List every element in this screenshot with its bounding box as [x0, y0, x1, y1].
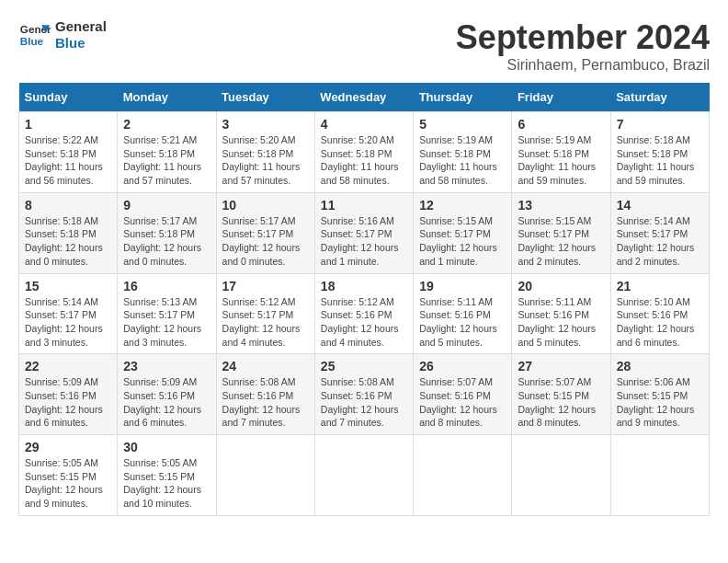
calendar-cell: 19Sunrise: 5:11 AMSunset: 5:16 PMDayligh… [414, 273, 512, 354]
day-info: Sunrise: 5:13 AMSunset: 5:17 PMDaylight:… [123, 295, 210, 350]
day-number: 20 [518, 279, 604, 293]
day-number: 9 [123, 198, 210, 213]
day-info: Sunrise: 5:11 AMSunset: 5:16 PMDaylight:… [419, 295, 506, 350]
calendar-cell [414, 435, 512, 516]
day-number: 10 [222, 198, 309, 213]
month-title: September 2024 [456, 18, 710, 57]
calendar-body: 1Sunrise: 5:22 AMSunset: 5:18 PMDaylight… [19, 112, 710, 516]
day-number: 3 [222, 117, 309, 132]
calendar-cell: 24Sunrise: 5:08 AMSunset: 5:16 PMDayligh… [216, 354, 314, 435]
day-info: Sunrise: 5:08 AMSunset: 5:16 PMDaylight:… [321, 375, 407, 430]
day-number: 2 [123, 117, 210, 132]
day-number: 1 [25, 117, 111, 132]
day-info: Sunrise: 5:06 AMSunset: 5:15 PMDaylight:… [617, 375, 703, 430]
day-info: Sunrise: 5:17 AMSunset: 5:17 PMDaylight:… [222, 214, 309, 269]
calendar-cell: 9Sunrise: 5:17 AMSunset: 5:18 PMDaylight… [118, 192, 216, 273]
day-number: 17 [222, 279, 309, 293]
day-info: Sunrise: 5:18 AMSunset: 5:18 PMDaylight:… [25, 214, 111, 269]
day-info: Sunrise: 5:14 AMSunset: 5:17 PMDaylight:… [25, 295, 111, 350]
day-info: Sunrise: 5:12 AMSunset: 5:17 PMDaylight:… [222, 295, 309, 350]
title-area: September 2024 Sirinhaem, Pernambuco, Br… [456, 18, 710, 74]
day-info: Sunrise: 5:19 AMSunset: 5:18 PMDaylight:… [419, 133, 506, 188]
calendar-cell: 8Sunrise: 5:18 AMSunset: 5:18 PMDaylight… [19, 192, 118, 273]
day-info: Sunrise: 5:09 AMSunset: 5:16 PMDaylight:… [25, 375, 111, 430]
calendar-cell: 13Sunrise: 5:15 AMSunset: 5:17 PMDayligh… [512, 192, 610, 273]
calendar-cell: 6Sunrise: 5:19 AMSunset: 5:18 PMDaylight… [512, 112, 610, 193]
calendar-cell: 30Sunrise: 5:05 AMSunset: 5:15 PMDayligh… [118, 435, 216, 516]
day-info: Sunrise: 5:21 AMSunset: 5:18 PMDaylight:… [123, 133, 210, 188]
day-number: 11 [321, 198, 407, 213]
calendar-cell [314, 435, 413, 516]
day-number: 28 [617, 359, 703, 373]
calendar-cell: 11Sunrise: 5:16 AMSunset: 5:17 PMDayligh… [314, 192, 413, 273]
calendar-header-row: SundayMondayTuesdayWednesdayThursdayFrid… [19, 83, 710, 112]
day-info: Sunrise: 5:16 AMSunset: 5:17 PMDaylight:… [321, 214, 407, 269]
calendar-cell: 23Sunrise: 5:09 AMSunset: 5:16 PMDayligh… [118, 354, 216, 435]
day-info: Sunrise: 5:12 AMSunset: 5:16 PMDaylight:… [321, 295, 407, 350]
day-info: Sunrise: 5:07 AMSunset: 5:16 PMDaylight:… [419, 375, 506, 430]
day-number: 22 [25, 359, 111, 373]
calendar-cell: 3Sunrise: 5:20 AMSunset: 5:18 PMDaylight… [216, 112, 314, 193]
column-header-monday: Monday [118, 83, 216, 112]
page-header: General Blue General Blue September 2024… [18, 18, 710, 74]
day-number: 16 [123, 279, 210, 293]
column-header-wednesday: Wednesday [314, 83, 413, 112]
calendar-cell: 20Sunrise: 5:11 AMSunset: 5:16 PMDayligh… [512, 273, 610, 354]
day-number: 19 [419, 279, 506, 293]
calendar-cell: 16Sunrise: 5:13 AMSunset: 5:17 PMDayligh… [118, 273, 216, 354]
day-info: Sunrise: 5:17 AMSunset: 5:18 PMDaylight:… [123, 214, 210, 269]
calendar-week-row: 22Sunrise: 5:09 AMSunset: 5:16 PMDayligh… [19, 354, 710, 435]
day-number: 30 [123, 440, 210, 454]
calendar-cell: 10Sunrise: 5:17 AMSunset: 5:17 PMDayligh… [216, 192, 314, 273]
day-number: 5 [419, 117, 506, 132]
day-number: 18 [321, 279, 407, 293]
day-number: 25 [321, 359, 407, 373]
logo: General Blue General Blue [18, 18, 107, 52]
day-info: Sunrise: 5:18 AMSunset: 5:18 PMDaylight:… [617, 133, 703, 188]
day-number: 27 [518, 359, 604, 373]
day-number: 14 [617, 198, 703, 213]
day-number: 4 [321, 117, 407, 132]
calendar-cell: 12Sunrise: 5:15 AMSunset: 5:17 PMDayligh… [414, 192, 512, 273]
calendar-cell: 26Sunrise: 5:07 AMSunset: 5:16 PMDayligh… [414, 354, 512, 435]
calendar-week-row: 8Sunrise: 5:18 AMSunset: 5:18 PMDaylight… [19, 192, 710, 273]
day-number: 29 [25, 440, 111, 454]
column-header-thursday: Thursday [414, 83, 512, 112]
calendar-cell: 17Sunrise: 5:12 AMSunset: 5:17 PMDayligh… [216, 273, 314, 354]
column-header-friday: Friday [512, 83, 610, 112]
day-number: 12 [419, 198, 506, 213]
day-info: Sunrise: 5:07 AMSunset: 5:15 PMDaylight:… [518, 375, 604, 430]
location-title: Sirinhaem, Pernambuco, Brazil [456, 57, 710, 74]
logo-text-general: General [55, 18, 107, 35]
day-number: 7 [617, 117, 703, 132]
logo-text-blue: Blue [55, 35, 107, 52]
column-header-sunday: Sunday [19, 83, 118, 112]
day-info: Sunrise: 5:15 AMSunset: 5:17 PMDaylight:… [518, 214, 604, 269]
day-info: Sunrise: 5:19 AMSunset: 5:18 PMDaylight:… [518, 133, 604, 188]
calendar-cell: 29Sunrise: 5:05 AMSunset: 5:15 PMDayligh… [19, 435, 118, 516]
day-number: 24 [222, 359, 309, 373]
day-info: Sunrise: 5:10 AMSunset: 5:16 PMDaylight:… [617, 295, 703, 350]
day-number: 23 [123, 359, 210, 373]
calendar-cell [216, 435, 314, 516]
calendar-cell [610, 435, 709, 516]
column-header-saturday: Saturday [610, 83, 709, 112]
calendar-week-row: 29Sunrise: 5:05 AMSunset: 5:15 PMDayligh… [19, 435, 710, 516]
day-info: Sunrise: 5:20 AMSunset: 5:18 PMDaylight:… [321, 133, 407, 188]
day-number: 13 [518, 198, 604, 213]
calendar-cell: 1Sunrise: 5:22 AMSunset: 5:18 PMDaylight… [19, 112, 118, 193]
calendar-cell: 21Sunrise: 5:10 AMSunset: 5:16 PMDayligh… [610, 273, 709, 354]
calendar-cell: 5Sunrise: 5:19 AMSunset: 5:18 PMDaylight… [414, 112, 512, 193]
calendar-cell: 4Sunrise: 5:20 AMSunset: 5:18 PMDaylight… [314, 112, 413, 193]
day-number: 8 [25, 198, 111, 213]
day-info: Sunrise: 5:11 AMSunset: 5:16 PMDaylight:… [518, 295, 604, 350]
calendar-cell [512, 435, 610, 516]
day-info: Sunrise: 5:05 AMSunset: 5:15 PMDaylight:… [123, 456, 210, 511]
logo-icon: General Blue [18, 18, 51, 52]
calendar-cell: 27Sunrise: 5:07 AMSunset: 5:15 PMDayligh… [512, 354, 610, 435]
column-header-tuesday: Tuesday [216, 83, 314, 112]
day-number: 6 [518, 117, 604, 132]
calendar-cell: 2Sunrise: 5:21 AMSunset: 5:18 PMDaylight… [118, 112, 216, 193]
calendar-cell: 14Sunrise: 5:14 AMSunset: 5:17 PMDayligh… [610, 192, 709, 273]
day-info: Sunrise: 5:14 AMSunset: 5:17 PMDaylight:… [617, 214, 703, 269]
